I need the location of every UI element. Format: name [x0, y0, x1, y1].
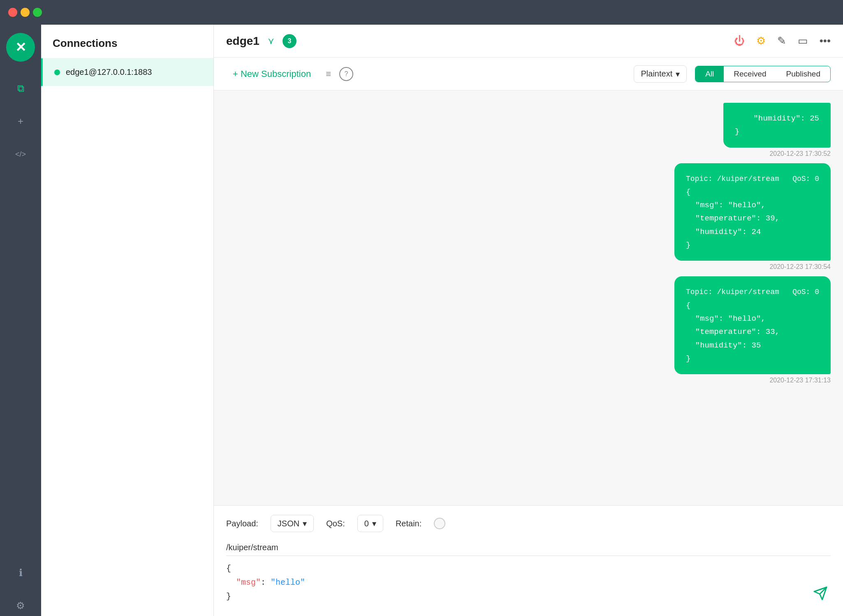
format-dropdown[interactable]: Plaintext ▾	[634, 65, 687, 83]
payload-input-area: { "msg": "hello" }	[226, 562, 831, 604]
monitor-icon[interactable]: ▭	[798, 35, 808, 47]
filter-buttons: All Received Published	[695, 66, 831, 82]
filter-published-button[interactable]: Published	[776, 66, 830, 82]
message-bubble: Topic: /kuiper/stream QoS: 0 { "msg": "h…	[674, 276, 831, 374]
payload-brace-open: {	[226, 564, 231, 573]
payload-format-value: JSON	[278, 519, 299, 528]
edit-icon[interactable]: ✎	[777, 35, 786, 47]
title-bar	[0, 0, 843, 25]
icon-sidebar: ✕ ⧉ + </> ℹ ⚙	[0, 25, 41, 616]
broker-title: edge1	[226, 35, 259, 48]
topic-line: Topic: /kuiper/stream QoS: 0	[686, 175, 819, 183]
new-subscription-button[interactable]: + New Subscription	[226, 65, 317, 83]
connections-panel: Connections edge1@127.0.0.1:1883	[41, 25, 214, 616]
messages-area[interactable]: "humidity": 25 } 2020-12-23 17:30:52 Top…	[214, 90, 843, 505]
payload-label: Payload:	[226, 519, 258, 528]
minimize-button[interactable]	[21, 8, 30, 17]
maximize-button[interactable]	[33, 8, 42, 17]
qos-label: QoS:	[326, 519, 345, 528]
sidebar-item-add[interactable]: +	[10, 111, 31, 132]
main-content: edge1 ⋎ 3 ⏻ ⚙ ✎ ▭ ••• + New Subscription…	[214, 25, 843, 616]
retain-toggle[interactable]	[434, 518, 445, 529]
message-timestamp: 2020-12-23 17:30:52	[769, 150, 831, 157]
power-icon[interactable]: ⏻	[734, 35, 745, 47]
gear-icon[interactable]: ⚙	[756, 35, 766, 47]
connection-name: edge1@127.0.0.1:1883	[66, 67, 152, 77]
message-wrapper: Topic: /kuiper/stream QoS: 0 { "msg": "h…	[226, 163, 831, 271]
close-button[interactable]	[8, 8, 17, 17]
list-icon[interactable]: ≡	[326, 69, 331, 79]
send-button[interactable]	[810, 583, 831, 604]
connection-item[interactable]: edge1@127.0.0.1:1883	[41, 58, 213, 86]
qos-value: 0	[364, 519, 369, 528]
bottom-controls: Payload: JSON ▾ QoS: 0 ▾ Retain:	[226, 515, 831, 532]
payload-format-dropdown[interactable]: JSON ▾	[271, 515, 314, 532]
sidebar-item-info[interactable]: ℹ	[10, 563, 31, 583]
qos-dropdown[interactable]: 0 ▾	[357, 515, 383, 532]
message-wrapper: "humidity": 25 } 2020-12-23 17:30:52	[226, 103, 831, 157]
connections-header: Connections	[41, 25, 213, 58]
help-icon[interactable]: ?	[339, 67, 353, 81]
chevron-down-icon: ▾	[372, 519, 376, 528]
sidebar-item-connections[interactable]: ⧉	[10, 78, 31, 99]
top-bar: edge1 ⋎ 3 ⏻ ⚙ ✎ ▭ •••	[214, 25, 843, 58]
payload-brace-close: }	[226, 592, 231, 601]
message-bubble: Topic: /kuiper/stream QoS: 0 { "msg": "h…	[674, 163, 831, 261]
traffic-lights	[8, 8, 42, 17]
chevron-down-icon: ▾	[676, 69, 680, 79]
payload-content[interactable]: { "msg": "hello" }	[226, 562, 806, 604]
chevron-down-icon: ▾	[303, 519, 307, 528]
subscription-bar: + New Subscription ≡ ? Plaintext ▾ All R…	[214, 58, 843, 90]
filter-all-button[interactable]: All	[695, 66, 724, 82]
sidebar-item-settings[interactable]: ⚙	[10, 595, 31, 616]
connection-status-dot	[54, 69, 60, 75]
filter-received-button[interactable]: Received	[724, 66, 776, 82]
more-icon[interactable]: •••	[820, 35, 831, 47]
format-value: Plaintext	[641, 69, 672, 79]
payload-value: "hello"	[271, 578, 305, 587]
topic-line: Topic: /kuiper/stream QoS: 0	[686, 288, 819, 296]
payload-colon: :	[261, 578, 271, 587]
sidebar-item-code[interactable]: </>	[10, 144, 31, 164]
message-timestamp: 2020-12-23 17:30:54	[769, 263, 831, 271]
payload-key: "msg"	[226, 578, 261, 587]
subscriptions-badge: 3	[283, 34, 296, 48]
topic-input[interactable]	[226, 540, 831, 556]
chevron-down-icon: ⋎	[268, 36, 274, 46]
message-timestamp: 2020-12-23 17:31:13	[769, 377, 831, 384]
logo-icon: ✕	[6, 33, 35, 62]
retain-label: Retain:	[396, 519, 422, 528]
top-bar-actions: ⏻ ⚙ ✎ ▭ •••	[734, 35, 831, 47]
message-wrapper: Topic: /kuiper/stream QoS: 0 { "msg": "h…	[226, 276, 831, 384]
bottom-area: Payload: JSON ▾ QoS: 0 ▾ Retain: { "msg"…	[214, 505, 843, 616]
message-bubble-partial: "humidity": 25 }	[723, 103, 831, 148]
